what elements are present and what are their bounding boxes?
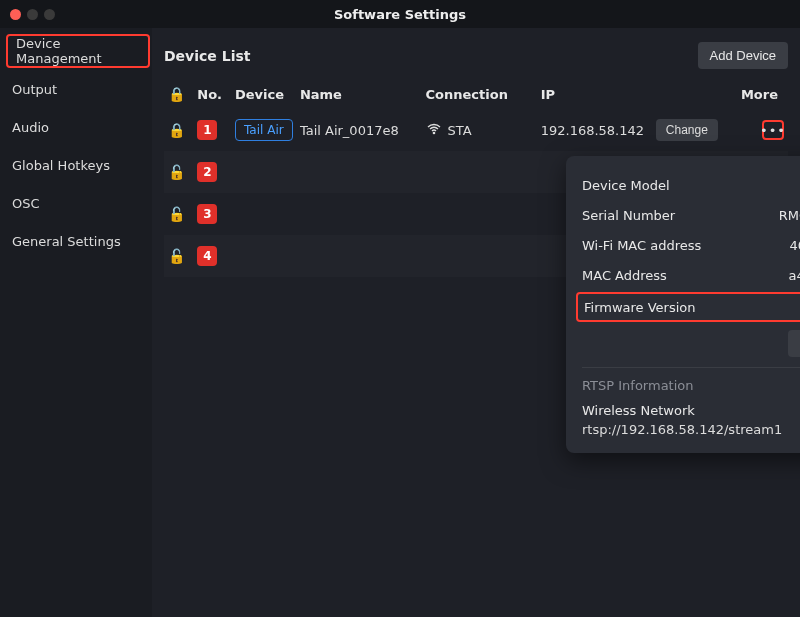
sidebar-item-osc[interactable]: OSC: [4, 184, 152, 222]
popover-value: RMOSZHF8081SQW: [779, 208, 800, 223]
window-title: Software Settings: [0, 7, 800, 22]
manual-upgrade-button[interactable]: Manual Upgrade: [788, 330, 800, 357]
svg-point-0: [433, 132, 434, 133]
row-number-badge: 1: [197, 120, 217, 140]
wireless-network-title: Wireless Network: [582, 403, 800, 418]
connection-cell: STA: [426, 121, 472, 140]
sidebar-item-label: Audio: [12, 120, 49, 135]
popover-key: Wi-Fi MAC address: [582, 238, 701, 253]
col-name: Name: [296, 79, 422, 109]
ellipsis-icon: •••: [760, 124, 786, 137]
popover-row-device-model: Device Model OSB-2018-CW: [582, 170, 800, 200]
popover-key: Serial Number: [582, 208, 675, 223]
connection-type: STA: [448, 123, 472, 138]
row-number-badge: 2: [197, 162, 217, 182]
table-row: 🔒 1 Tail Air Tail Air_0017e8: [164, 109, 788, 151]
popover-key: Firmware Version: [584, 300, 696, 315]
sidebar-item-label: Output: [12, 82, 57, 97]
col-lock: 🔒: [164, 79, 193, 109]
unlock-icon[interactable]: 🔓: [168, 206, 185, 222]
device-list-header: Device List Add Device: [164, 42, 788, 69]
rtsp-url-row: rtsp://192.168.58.142/stream1 Copy: [582, 422, 800, 437]
col-more: More: [725, 79, 788, 109]
unlock-icon[interactable]: 🔓: [168, 164, 185, 180]
sidebar-item-label: OSC: [12, 196, 40, 211]
popover-key: MAC Address: [582, 268, 667, 283]
device-detail-popover: Device Model OSB-2018-CW Serial Number R…: [566, 156, 800, 453]
device-badge[interactable]: Tail Air: [235, 119, 293, 141]
wifi-icon: [426, 121, 442, 140]
col-device: Device: [231, 79, 296, 109]
popover-row-mac-address: MAC Address a4:c1:38:00:17:e8: [582, 260, 800, 290]
unlock-icon[interactable]: 🔓: [168, 248, 185, 264]
popover-value: a4:c1:38:00:17:e8: [789, 268, 800, 283]
sidebar-item-label: Global Hotkeys: [12, 158, 110, 173]
popover-row-wifi-mac: Wi-Fi MAC address 40:8c:4c:47:a0:94: [582, 230, 800, 260]
sidebar-item-label: General Settings: [12, 234, 121, 249]
sidebar-item-general-settings[interactable]: General Settings: [4, 222, 152, 260]
divider: [582, 367, 800, 368]
table-header-row: 🔒 No. Device Name Connection IP More: [164, 79, 788, 109]
device-name: Tail Air_0017e8: [296, 109, 422, 151]
lock-icon: 🔒: [168, 86, 185, 102]
popover-row-firmware-version: Firmware Version 5.0.9.2: [576, 292, 800, 322]
sidebar-item-label: Device Management: [16, 36, 148, 66]
sidebar-item-audio[interactable]: Audio: [4, 108, 152, 146]
rtsp-section-title: RTSP Information: [582, 378, 800, 393]
row-number-badge: 4: [197, 246, 217, 266]
col-ip: IP: [537, 79, 652, 109]
sidebar-item-device-management[interactable]: Device Management: [6, 34, 150, 68]
col-no: No.: [193, 79, 231, 109]
add-device-button[interactable]: Add Device: [698, 42, 788, 69]
more-button[interactable]: •••: [762, 120, 784, 140]
device-list-title: Device List: [164, 48, 250, 64]
change-button[interactable]: Change: [656, 119, 718, 141]
device-ip: 192.168.58.142: [537, 109, 652, 151]
popover-row-serial-number: Serial Number RMOSZHF8081SQW: [582, 200, 800, 230]
popover-key: Device Model: [582, 178, 670, 193]
col-change: [652, 79, 725, 109]
row-number-badge: 3: [197, 204, 217, 224]
rtsp-url: rtsp://192.168.58.142/stream1: [582, 422, 782, 437]
col-connection: Connection: [422, 79, 537, 109]
sidebar-item-output[interactable]: Output: [4, 70, 152, 108]
sidebar-item-global-hotkeys[interactable]: Global Hotkeys: [4, 146, 152, 184]
popover-value: 40:8c:4c:47:a0:94: [789, 238, 800, 253]
sidebar: Device Management Output Audio Global Ho…: [0, 28, 152, 617]
main-panel: Device List Add Device 🔒 N: [152, 28, 800, 617]
lock-icon[interactable]: 🔒: [168, 122, 185, 138]
settings-window: Software Settings Device Management Outp…: [0, 0, 800, 617]
titlebar: Software Settings: [0, 0, 800, 28]
